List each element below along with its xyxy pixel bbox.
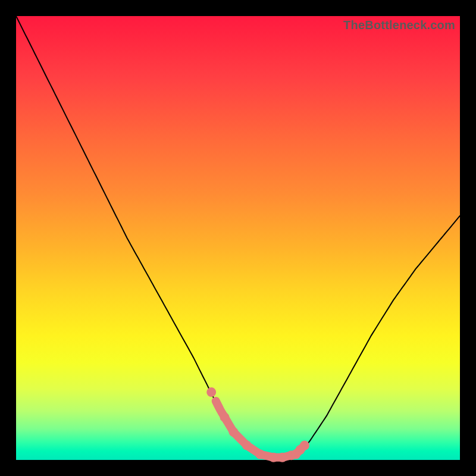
highlight-dot bbox=[300, 441, 309, 450]
chart-frame: TheBottleneck.com bbox=[0, 0, 476, 476]
curve-highlight bbox=[216, 401, 305, 458]
curve-path bbox=[16, 16, 460, 459]
highlight-dot bbox=[206, 387, 216, 397]
highlight-dot bbox=[220, 412, 230, 422]
highlight-dot bbox=[278, 453, 287, 462]
highlight-dot bbox=[269, 453, 278, 462]
highlight-dot bbox=[242, 441, 252, 450]
plot-area: TheBottleneck.com bbox=[16, 16, 460, 460]
highlight-dot bbox=[255, 450, 265, 459]
bottleneck-curve bbox=[16, 16, 460, 460]
curve-dots bbox=[206, 387, 309, 462]
highlight-dot bbox=[229, 427, 239, 437]
